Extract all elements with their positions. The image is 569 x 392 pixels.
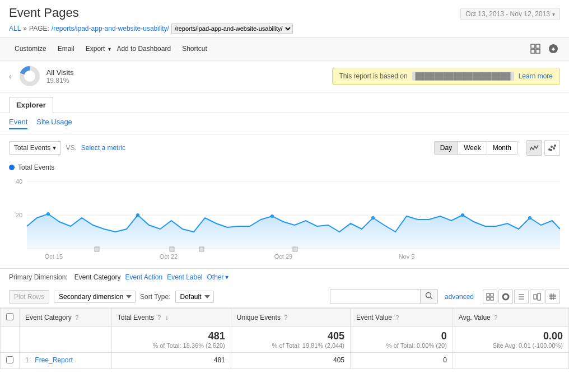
segment-collapse-icon[interactable]: ‹ bbox=[9, 72, 12, 81]
svg-text:40: 40 bbox=[16, 178, 22, 185]
row-avg-value-cell bbox=[453, 353, 568, 369]
search-input[interactable] bbox=[330, 291, 420, 303]
legend-dot bbox=[9, 165, 15, 170]
learn-more-link[interactable]: Learn more bbox=[519, 72, 553, 80]
unique-events-help-icon[interactable]: ? bbox=[284, 314, 287, 321]
dim-event-category[interactable]: Event Category bbox=[74, 273, 121, 281]
compare-view-button[interactable] bbox=[530, 290, 544, 304]
breadcrumb-all[interactable]: ALL bbox=[9, 25, 21, 32]
data-table: Event Category ? Total Events ? ↓ Unique… bbox=[0, 308, 569, 369]
help-cap-icon[interactable] bbox=[547, 42, 560, 55]
table-full-view-button[interactable] bbox=[545, 290, 560, 304]
totals-label-cell bbox=[20, 327, 112, 353]
time-btn-day[interactable]: Day bbox=[435, 142, 458, 154]
row-event-category-link[interactable]: Free_Report bbox=[35, 356, 72, 364]
dim-event-label[interactable]: Event Label bbox=[167, 273, 202, 281]
sort-select[interactable]: Default bbox=[175, 291, 214, 303]
svg-rect-36 bbox=[491, 297, 493, 300]
svg-point-37 bbox=[503, 294, 509, 300]
customize-button[interactable]: Customize bbox=[9, 43, 52, 55]
sub-tab-event[interactable]: Event bbox=[9, 118, 27, 129]
row-checkbox[interactable] bbox=[6, 356, 13, 363]
select-metric-link[interactable]: Select a metric bbox=[81, 144, 125, 152]
svg-point-7 bbox=[551, 146, 553, 148]
event-category-help-icon[interactable]: ? bbox=[75, 314, 78, 321]
row-event-value-cell: 0 bbox=[351, 353, 453, 369]
svg-point-9 bbox=[550, 149, 552, 151]
segment-info: All Visits 19.81% bbox=[46, 68, 74, 85]
svg-point-17 bbox=[46, 212, 50, 216]
chart-area: Total Events 40 20 bbox=[0, 161, 569, 268]
svg-point-18 bbox=[136, 213, 139, 217]
page-selector[interactable]: /reports/ipad-app-and-website-usability/ bbox=[171, 24, 293, 34]
export-menu[interactable]: Export ▾ bbox=[80, 43, 111, 55]
total-events-sub: % of Total: 18.36% (2,620) bbox=[118, 342, 225, 349]
donut-view-button[interactable] bbox=[498, 290, 513, 304]
svg-rect-42 bbox=[538, 293, 540, 300]
svg-rect-2 bbox=[531, 49, 535, 53]
grid-view-icon[interactable] bbox=[529, 42, 542, 55]
grid-view-button[interactable] bbox=[483, 290, 497, 304]
segment-donut bbox=[18, 65, 41, 87]
scatter-chart-button[interactable] bbox=[544, 140, 560, 156]
event-value-help-icon[interactable]: ? bbox=[395, 314, 399, 321]
chart-svg: 40 20 bbox=[9, 176, 560, 263]
svg-rect-1 bbox=[536, 44, 540, 48]
search-button[interactable] bbox=[420, 290, 437, 304]
avg-value-total: 0.00 bbox=[459, 330, 563, 342]
svg-rect-26 bbox=[293, 247, 297, 251]
th-event-category: Event Category ? bbox=[20, 309, 112, 327]
row-unique-events-cell: 405 bbox=[231, 353, 350, 369]
svg-marker-16 bbox=[27, 214, 560, 249]
avg-value-help-icon[interactable]: ? bbox=[494, 314, 497, 321]
unique-events-sub: % of Total: 19.81% (2,044) bbox=[237, 342, 344, 349]
svg-text:Oct 22: Oct 22 bbox=[160, 253, 178, 260]
metric-select[interactable]: Total Events ▾ bbox=[9, 141, 61, 155]
event-value-total: 0 bbox=[356, 330, 447, 342]
metric-chevron-icon: ▾ bbox=[53, 144, 56, 152]
date-range-picker[interactable]: Oct 13, 2013 - Nov 12, 2013 ▾ bbox=[460, 8, 560, 20]
svg-point-22 bbox=[528, 216, 531, 220]
explorer-tab[interactable]: Explorer bbox=[9, 97, 53, 113]
svg-point-8 bbox=[553, 147, 555, 150]
explorer-header: Explorer bbox=[0, 92, 569, 113]
add-to-dashboard-button[interactable]: Add to Dashboard bbox=[111, 43, 176, 55]
email-button[interactable]: Email bbox=[52, 43, 80, 55]
sub-tab-site-usage[interactable]: Site Usage bbox=[36, 118, 72, 129]
shortcut-button[interactable]: Shortcut bbox=[176, 43, 213, 55]
svg-text:20: 20 bbox=[16, 212, 22, 218]
breadcrumb-sep: » bbox=[23, 25, 27, 32]
segment-bar: ‹ All Visits 19.81% This report is based… bbox=[0, 60, 569, 92]
breadcrumb-page-path[interactable]: /reports/ipad-app-and-website-usability/ bbox=[52, 25, 169, 32]
totals-event-value-cell: 0 % of Total: 0.00% (20) bbox=[351, 327, 453, 353]
export-button[interactable]: Export bbox=[80, 43, 108, 55]
total-events-help-icon[interactable]: ? bbox=[157, 314, 161, 321]
secondary-dimension-select[interactable]: Secondary dimension bbox=[54, 291, 136, 303]
svg-rect-0 bbox=[531, 44, 535, 48]
notice-data: ████████████████████ bbox=[412, 72, 514, 81]
th-event-category-label: Event Category bbox=[25, 314, 72, 321]
dim-event-action[interactable]: Event Action bbox=[125, 273, 162, 281]
line-chart-button[interactable] bbox=[526, 140, 542, 156]
vs-label: VS. bbox=[66, 144, 76, 152]
chevron-down-icon: ▾ bbox=[552, 11, 555, 17]
svg-rect-24 bbox=[170, 247, 174, 251]
advanced-link[interactable]: advanced bbox=[445, 293, 474, 301]
th-avg-value-label: Avg. Value bbox=[459, 314, 491, 321]
chart-controls: Total Events ▾ VS. Select a metric Day W… bbox=[0, 134, 569, 161]
svg-point-19 bbox=[270, 214, 274, 218]
chart-type-buttons bbox=[526, 140, 560, 156]
th-avg-value: Avg. Value ? bbox=[453, 309, 568, 327]
breadcrumb-page-label: PAGE: bbox=[29, 25, 49, 32]
time-btn-month[interactable]: Month bbox=[487, 142, 517, 154]
table-row: 1. Free_Report 481 405 0 bbox=[1, 353, 569, 369]
row-number: 1. bbox=[25, 356, 31, 364]
row-total-events-cell: 481 bbox=[111, 353, 231, 369]
dim-other-dropdown[interactable]: Other ▾ bbox=[207, 273, 228, 281]
list-view-button[interactable] bbox=[514, 290, 529, 304]
sort-type-label: Sort Type: bbox=[140, 293, 170, 301]
time-btn-week[interactable]: Week bbox=[458, 142, 486, 154]
select-all-checkbox[interactable] bbox=[6, 313, 13, 320]
plot-rows-button[interactable]: Plot Rows bbox=[9, 290, 49, 304]
notice-text: This report is based on bbox=[339, 72, 408, 80]
